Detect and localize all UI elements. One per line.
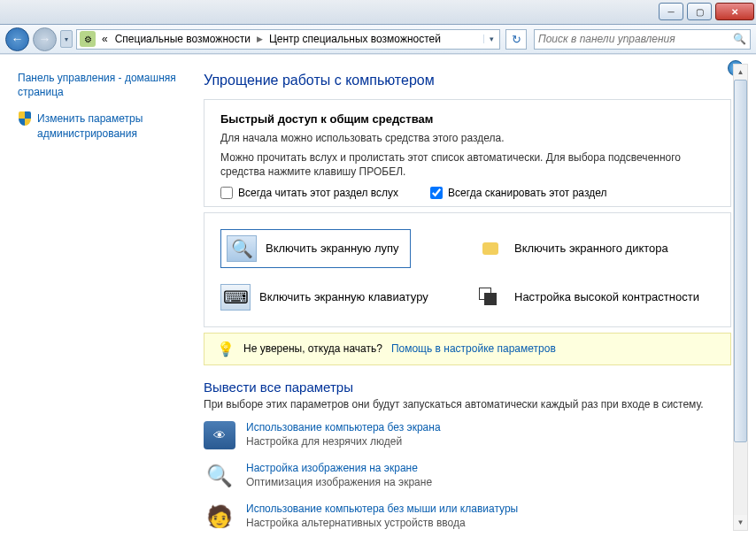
checkbox-label: Всегда сканировать этот раздел	[448, 187, 606, 199]
hint-bar: 💡 Не уверены, откуда начать? Помощь в на…	[204, 333, 731, 365]
breadcrumb-item[interactable]: Центр специальных возможностей	[266, 33, 444, 45]
setting-desc: Настройка альтернативных устройств ввода	[246, 517, 518, 529]
address-dropdown[interactable]: ▾	[483, 35, 499, 43]
magnifier-tool[interactable]: 🔍 Включить экранную лупу	[220, 229, 411, 268]
window-titlebar: ─ ▢ ✕	[0, 0, 756, 25]
tool-label: Включить экранного диктора	[514, 242, 668, 255]
always-scan-checkbox[interactable]: Всегда сканировать этот раздел	[430, 187, 606, 199]
hint-text: Не уверены, откуда начать?	[243, 342, 382, 355]
setting-link[interactable]: Использование компьютера без экрана	[246, 421, 441, 433]
panel-desc: Для начала можно использовать средства э…	[220, 131, 714, 145]
sidebar-admin-link[interactable]: Изменить параметры администрирования	[18, 111, 184, 140]
high-contrast-tool[interactable]: Настройка высокой контрастности	[475, 284, 714, 311]
forward-button[interactable]: →	[33, 27, 57, 51]
narrator-tool[interactable]: Включить экранного диктора	[475, 229, 714, 268]
navigation-bar: ← → ▾ ⚙ « Специальные возможности ▶ Цент…	[0, 25, 756, 54]
scroll-down-button[interactable]: ▼	[734, 515, 747, 530]
sidebar: Панель управления - домашняя страница Из…	[0, 55, 195, 537]
history-dropdown[interactable]: ▾	[60, 30, 73, 48]
breadcrumb-lead: «	[98, 33, 112, 45]
breadcrumb-item[interactable]: Специальные возможности	[112, 33, 254, 45]
setting-link[interactable]: Использование компьютера без мыши или кл…	[246, 502, 518, 515]
main-content: Упрощение работы с компьютером Быстрый д…	[195, 55, 756, 537]
setting-desc: Настройка для незрячих людей	[246, 435, 441, 448]
setting-desc: Оптимизация изображения на экране	[246, 476, 432, 488]
panel-desc: Можно прочитать вслух и пролистать этот …	[220, 150, 714, 179]
minimize-button[interactable]: ─	[659, 3, 683, 20]
close-button[interactable]: ✕	[715, 3, 754, 20]
tool-label: Включить экранную клавиатуру	[259, 290, 428, 303]
accessibility-person-icon: 🧑	[204, 502, 235, 531]
panel-heading: Быстрый доступ к общим средствам	[220, 112, 714, 126]
hint-link[interactable]: Помощь в настройке параметров	[391, 342, 556, 355]
all-settings-heading: Вывести все параметры	[204, 380, 731, 395]
always-read-checkbox[interactable]: Всегда читать этот раздел вслух	[220, 187, 398, 199]
setting-link[interactable]: Настройка изображения на экране	[246, 462, 418, 474]
scroll-up-button[interactable]: ▲	[734, 65, 747, 80]
page-title: Упрощение работы с компьютером	[204, 73, 731, 88]
all-settings-desc: При выборе этих параметров они будут зап…	[204, 398, 731, 410]
narrator-icon	[475, 235, 505, 262]
display-optimize-icon: 🔍	[204, 462, 235, 490]
quick-access-panel: Быстрый доступ к общим средствам Для нач…	[204, 99, 731, 207]
magnifier-icon: 🔍	[227, 235, 257, 262]
contrast-icon	[475, 284, 505, 311]
blind-icon: 👁	[204, 421, 235, 449]
maximize-button[interactable]: ▢	[687, 3, 712, 20]
tool-label: Настройка высокой контрастности	[514, 290, 699, 303]
address-bar[interactable]: ⚙ « Специальные возможности ▶ Центр спец…	[76, 29, 500, 50]
sidebar-home-link[interactable]: Панель управления - домашняя страница	[18, 71, 184, 99]
tool-label: Включить экранную лупу	[266, 242, 399, 255]
shield-icon	[18, 111, 32, 126]
search-icon[interactable]: 🔍	[733, 33, 746, 45]
tools-grid: 🔍 Включить экранную лупу Включить экранн…	[204, 212, 731, 327]
search-box[interactable]: 🔍	[534, 29, 751, 50]
control-panel-icon: ⚙	[80, 31, 96, 47]
setting-item: 🔍 Настройка изображения на экране Оптими…	[204, 462, 731, 490]
keyboard-icon: ⌨	[220, 284, 251, 311]
back-button[interactable]: ←	[5, 27, 29, 51]
checkbox-label: Всегда читать этот раздел вслух	[238, 187, 398, 199]
setting-item: 🧑 Использование компьютера без мыши или …	[204, 502, 731, 531]
setting-item: 👁 Использование компьютера без экрана На…	[204, 421, 731, 449]
breadcrumb-sep-icon: ▶	[254, 35, 266, 43]
sidebar-item-label: Панель управления - домашняя страница	[18, 71, 184, 99]
search-input[interactable]	[538, 33, 733, 45]
checkbox-input[interactable]	[430, 187, 443, 199]
vertical-scrollbar[interactable]: ▲ ▼	[733, 64, 748, 531]
sidebar-item-label: Изменить параметры администрирования	[37, 111, 184, 140]
onscreen-keyboard-tool[interactable]: ⌨ Включить экранную клавиатуру	[220, 284, 459, 311]
checkbox-input[interactable]	[220, 187, 233, 199]
scroll-thumb[interactable]	[734, 80, 747, 442]
lightbulb-icon: 💡	[217, 341, 235, 357]
refresh-button[interactable]: ↻	[505, 29, 527, 50]
